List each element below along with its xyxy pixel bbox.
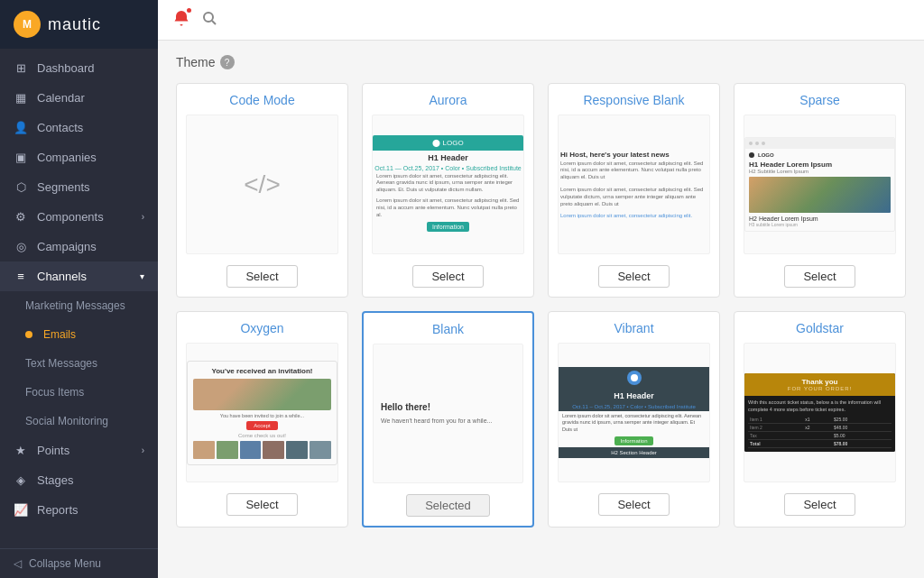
- table-cell: Tax: [748, 431, 803, 439]
- table-row: Item 1 x1 $25.00: [748, 416, 892, 424]
- aurora-logo-bar: ⬤ LOGO: [373, 135, 523, 151]
- blank-hello: Hello there!: [381, 402, 515, 412]
- sidebar-item-label: Components: [37, 210, 104, 224]
- sidebar-item-dashboard[interactable]: ⊞ Dashboard: [0, 53, 158, 83]
- oxygen-img-3: [240, 441, 262, 459]
- calendar-icon: ▦: [14, 91, 28, 105]
- theme-title-sparse: Sparse: [799, 93, 839, 107]
- sparse-h1: H1 Header Lorem Ipsum: [749, 161, 891, 169]
- collapse-menu-button[interactable]: ◁ Collapse Menu: [0, 548, 158, 578]
- sidebar-logo[interactable]: M mautic: [0, 0, 158, 49]
- oxygen-img-6: [310, 441, 331, 459]
- chevron-right-icon: ›: [142, 445, 144, 455]
- theme-grid: Code Mode </> Select Aurora ⬤ LOGO H1 He…: [176, 83, 906, 528]
- oxygen-img-1: [193, 441, 215, 459]
- theme-card-goldstar[interactable]: Goldstar Thank you FOR YOUR ORDER! With …: [734, 311, 906, 528]
- sidebar-item-channels[interactable]: ≡ Channels ▾: [0, 261, 158, 291]
- sparse-dot-2: [755, 142, 759, 145]
- vibrant-preview-content: H1 Header Oct.11 – Oct.25, 2017 • Color …: [559, 367, 709, 457]
- dashboard-icon: ⊞: [14, 61, 28, 75]
- topbar: [158, 0, 924, 41]
- theme-preview-oxygen: You've received an invitation! You have …: [186, 343, 338, 482]
- select-button-aurora[interactable]: Select: [412, 265, 483, 288]
- sidebar-item-social-monitoring[interactable]: Social Monitoring: [0, 407, 158, 436]
- theme-card-sparse[interactable]: Sparse LOGO H1 Head: [734, 83, 906, 298]
- select-button-blank[interactable]: Selected: [406, 494, 490, 517]
- resp-title: Hi Host, here's your latest news: [560, 151, 707, 159]
- select-button-goldstar[interactable]: Select: [784, 493, 855, 516]
- sidebar-item-label: Segments: [37, 180, 90, 194]
- theme-help-icon[interactable]: ?: [220, 55, 235, 69]
- theme-card-vibrant[interactable]: Vibrant H1 Header Oct.11 – Oct.25, 2017 …: [548, 311, 720, 528]
- theme-card-oxygen[interactable]: Oxygen You've received an invitation! Yo…: [176, 311, 348, 528]
- select-button-sparse[interactable]: Select: [784, 265, 855, 288]
- theme-card-code-mode[interactable]: Code Mode </> Select: [176, 83, 348, 298]
- vibrant-section-header: H2 Section Header: [559, 447, 709, 458]
- table-total-value: $78.00: [832, 439, 892, 447]
- table-row: Tax $5.00: [748, 431, 892, 439]
- oxygen-img-2: [217, 441, 238, 459]
- sidebar-item-emails[interactable]: Emails: [0, 320, 158, 349]
- table-cell: $5.00: [832, 431, 892, 439]
- sparse-dot-1: [749, 142, 753, 145]
- sparse-small-text: H3 subtitle Lorem ipsum: [749, 222, 891, 227]
- goldstar-preview-content: Thank you FOR YOUR ORDER! With this acco…: [744, 373, 895, 451]
- oxygen-main-image: [193, 379, 331, 410]
- oxygen-img-4: [263, 441, 284, 459]
- sidebar-item-companies[interactable]: ▣ Companies: [0, 142, 158, 172]
- theme-card-blank[interactable]: Blank Hello there! We haven't heard from…: [362, 311, 534, 528]
- main-area: Theme ? Code Mode </> Select Aurora ⬤ LO…: [158, 0, 924, 578]
- sidebar-item-label: Text Messages: [25, 357, 97, 370]
- sidebar-item-label: Companies: [37, 151, 97, 164]
- sidebar-item-label: Contacts: [37, 121, 83, 134]
- notification-dot: [185, 6, 193, 14]
- table-cell: [803, 431, 832, 439]
- theme-title-goldstar: Goldstar: [796, 321, 844, 335]
- table-cell: Item 1: [748, 416, 803, 424]
- sidebar-item-calendar[interactable]: ▦ Calendar: [0, 83, 158, 113]
- theme-preview-sparse: LOGO H1 Header Lorem Ipsum H2 Subtitle L…: [744, 115, 896, 254]
- notifications-button[interactable]: [172, 9, 190, 31]
- sidebar-item-stages[interactable]: ◈ Stages: [0, 465, 158, 495]
- theme-title-aurora: Aurora: [429, 93, 467, 107]
- table-row: Total $78.00: [748, 439, 892, 447]
- search-button[interactable]: [201, 10, 217, 30]
- chevron-right-icon: ›: [142, 212, 144, 222]
- stages-icon: ◈: [14, 473, 28, 487]
- sparse-dot-3: [762, 142, 765, 145]
- select-button-responsive-blank[interactable]: Select: [598, 265, 669, 288]
- theme-card-aurora[interactable]: Aurora ⬤ LOGO H1 Header Oct.11 — Oct.25,…: [362, 83, 534, 298]
- oxygen-title: You've received an invitation!: [193, 367, 331, 375]
- oxygen-body: You have been invited to join a while...: [193, 413, 331, 418]
- sidebar-item-segments[interactable]: ⬡ Segments: [0, 172, 158, 202]
- segments-icon: ⬡: [14, 180, 28, 194]
- select-button-oxygen[interactable]: Select: [226, 493, 297, 516]
- sidebar-item-label: Campaigns: [37, 240, 97, 253]
- sidebar-item-components[interactable]: ⚙ Components ›: [0, 202, 158, 232]
- sidebar-logo-text: mautic: [48, 15, 101, 34]
- sidebar-item-text-messages[interactable]: Text Messages: [0, 349, 158, 378]
- sidebar-navigation: ⊞ Dashboard ▦ Calendar 👤 Contacts ▣ Comp…: [0, 49, 158, 548]
- points-icon: ★: [14, 444, 28, 457]
- select-button-vibrant[interactable]: Select: [598, 493, 669, 516]
- theme-label: Theme: [176, 55, 216, 69]
- theme-card-responsive-blank[interactable]: Responsive Blank Hi Host, here's your la…: [548, 83, 720, 298]
- sidebar-item-contacts[interactable]: 👤 Contacts: [0, 113, 158, 142]
- goldstar-header: Thank you FOR YOUR ORDER!: [744, 373, 895, 396]
- goldstar-body: With this account ticket status, below a…: [744, 396, 895, 451]
- vibrant-cta: Information: [614, 436, 652, 445]
- select-button-code-mode[interactable]: Select: [226, 265, 297, 288]
- sidebar-item-label: Calendar: [37, 91, 85, 105]
- sidebar-item-campaigns[interactable]: ◎ Campaigns: [0, 232, 158, 261]
- contacts-icon: 👤: [14, 121, 28, 134]
- oxygen-preview-content: You've received an invitation! You have …: [187, 361, 337, 465]
- theme-title-code-mode: Code Mode: [229, 93, 294, 107]
- sidebar-item-reports[interactable]: 📈 Reports: [0, 495, 158, 525]
- sidebar-item-focus-items[interactable]: Focus Items: [0, 378, 158, 407]
- sidebar-item-marketing-messages[interactable]: Marketing Messages: [0, 291, 158, 320]
- svg-line-3: [212, 21, 216, 24]
- table-cell: x2: [803, 423, 832, 431]
- vibrant-body-1: Lorem ipsum dolor sit amet, consectetur …: [559, 411, 709, 434]
- theme-preview-code-mode: </>: [186, 115, 338, 254]
- sidebar-item-points[interactable]: ★ Points ›: [0, 436, 158, 465]
